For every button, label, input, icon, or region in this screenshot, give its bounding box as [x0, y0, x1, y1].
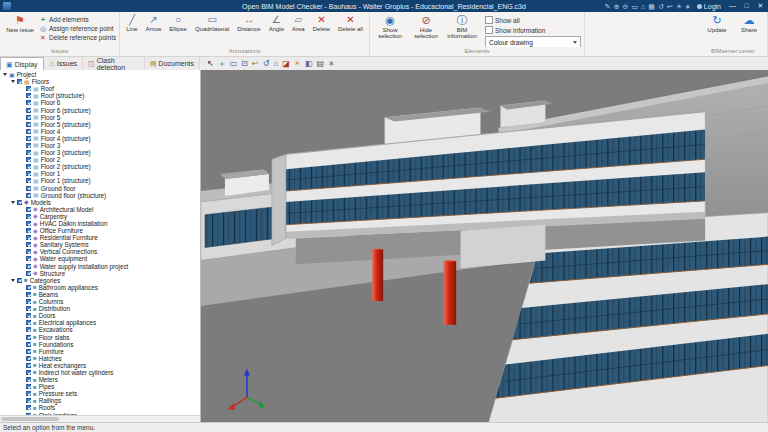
visibility-checkbox[interactable] — [26, 207, 31, 212]
home-view-icon[interactable]: ⌂ — [273, 60, 278, 68]
tree-item-distribution[interactable]: ■Distribution — [2, 305, 200, 312]
visibility-checkbox[interactable] — [26, 377, 31, 382]
update-button[interactable]: ↻ Update — [702, 13, 732, 33]
tree-section-floors[interactable]: ▤Floors — [2, 78, 200, 85]
tree-section-models[interactable]: ◆Models — [2, 199, 200, 206]
tree-item-floor-5[interactable]: ▤Floor 5 — [2, 114, 200, 121]
visibility-checkbox[interactable] — [26, 405, 31, 410]
sun-icon[interactable]: ☀ — [294, 60, 301, 68]
tree-item-floor-2-structure[interactable]: ▤Floor 2 (structure) — [2, 163, 200, 170]
hide-selection-button[interactable]: ⊘ Hide selection — [409, 13, 443, 40]
tree-item-roof[interactable]: ▤Roof — [2, 85, 200, 92]
views-grid-icon[interactable]: ▦ — [648, 3, 655, 10]
settings-icon[interactable]: ∗ — [685, 3, 691, 10]
tree-item-structure[interactable]: ◆Structure — [2, 270, 200, 277]
visibility-checkbox[interactable] — [26, 398, 31, 403]
select-icon[interactable]: ↖ — [207, 60, 214, 68]
tree-item-ground-floor[interactable]: ▤Ground floor — [2, 185, 200, 192]
tree-item-heat-exchangers[interactable]: ■Heat exchangers — [2, 362, 200, 369]
visibility-checkbox[interactable] — [26, 228, 31, 233]
tree-item-roofs[interactable]: ■Roofs — [2, 404, 200, 411]
expander-icon[interactable] — [11, 201, 15, 204]
tree-item-hvac-daikin-installation[interactable]: ◆HVAC Daikin installation — [2, 220, 200, 227]
delete-button[interactable]: ✕Delete — [310, 13, 333, 32]
expander-icon[interactable] — [3, 73, 7, 76]
zoom-in-icon[interactable]: ⊕ — [614, 3, 620, 10]
delete-reference-points-button[interactable]: ✕ Delete reference points — [39, 34, 116, 41]
expander-icon[interactable] — [11, 279, 15, 282]
visibility-checkbox[interactable] — [26, 171, 31, 176]
orbit-icon[interactable]: ↺ — [658, 3, 664, 10]
visibility-checkbox[interactable] — [26, 143, 31, 148]
tree-item-floor-5-structure[interactable]: ▤Floor 5 (structure) — [2, 121, 200, 128]
tree-item-floor-1-structure[interactable]: ▤Floor 1 (structure) — [2, 177, 200, 184]
show-selection-button[interactable]: ◉ Show selection — [373, 13, 407, 40]
maximize-button[interactable]: □ — [741, 0, 752, 12]
visibility-checkbox[interactable] — [26, 235, 31, 240]
tab-issues[interactable]: ⚠Issues — [44, 57, 84, 70]
tree-item-railings[interactable]: ■Railings — [2, 397, 200, 404]
orbit-icon[interactable]: ↺ — [263, 60, 270, 68]
visibility-checkbox[interactable] — [26, 285, 31, 290]
tree-item-floor-6[interactable]: ▤Floor 6 — [2, 99, 200, 106]
show-information-toggle[interactable]: Show information — [485, 26, 581, 34]
previous-view-icon[interactable]: ↩ — [667, 3, 673, 10]
expander-icon[interactable] — [11, 80, 15, 83]
previous-view-icon[interactable]: ↩ — [252, 60, 259, 68]
tree-item-floor-3-structure[interactable]: ▤Floor 3 (structure) — [2, 149, 200, 156]
visibility-checkbox[interactable] — [26, 242, 31, 247]
visibility-checkbox[interactable] — [26, 164, 31, 169]
tree-item-columns[interactable]: ■Columns — [2, 298, 200, 305]
settings-icon[interactable]: ∗ — [328, 60, 335, 68]
visibility-checkbox[interactable] — [26, 100, 31, 105]
zoom-extents-icon[interactable]: ⊡ — [241, 60, 248, 68]
visibility-checkbox[interactable] — [26, 108, 31, 113]
distance-button[interactable]: ↔Distance — [234, 13, 263, 32]
visibility-checkbox[interactable] — [26, 271, 31, 276]
sun-icon[interactable]: ☀ — [676, 3, 682, 10]
tree-item-floor-4[interactable]: ▤Floor 4 — [2, 128, 200, 135]
tree-item-foundations[interactable]: ■Foundations — [2, 341, 200, 348]
tree-item-sanitary-systems[interactable]: ◆Sanitary Systems — [2, 241, 200, 248]
assign-reference-point-button[interactable]: ◎ Assign reference point — [39, 25, 116, 32]
visibility-checkbox[interactable] — [17, 200, 22, 205]
add-elements-button[interactable]: + Add elements — [39, 16, 116, 23]
quadrilateral-button[interactable]: ▭Quadrilateral — [192, 13, 232, 32]
tree-item-water-supply-installation-project[interactable]: ◆Water supply installation project — [2, 263, 200, 270]
login-button[interactable]: Login — [694, 3, 724, 10]
tree-item-pressure-sets[interactable]: ■Pressure sets — [2, 390, 200, 397]
visibility-checkbox[interactable] — [26, 256, 31, 261]
visibility-checkbox[interactable] — [26, 249, 31, 254]
visibility-checkbox[interactable] — [26, 178, 31, 183]
tree-item-floor-slabs[interactable]: ■Floor slabs — [2, 333, 200, 340]
visibility-checkbox[interactable] — [26, 150, 31, 155]
bim-information-button[interactable]: ⓘ BIM information — [445, 13, 479, 40]
minimize-button[interactable]: — — [727, 0, 738, 12]
visibility-checkbox[interactable] — [26, 370, 31, 375]
arrow-button[interactable]: ↗Arrow — [143, 13, 165, 32]
visibility-checkbox[interactable] — [26, 129, 31, 134]
visibility-checkbox[interactable] — [26, 391, 31, 396]
tab-documents[interactable]: ▤Documents — [145, 57, 200, 70]
tree-item-electrical-appliances[interactable]: ■Electrical appliances — [2, 319, 200, 326]
zoom-window-icon[interactable]: ▭ — [230, 60, 238, 68]
visibility-checkbox[interactable] — [26, 327, 31, 332]
visibility-checkbox[interactable] — [26, 157, 31, 162]
zoom-window-icon[interactable]: ▭ — [631, 3, 638, 10]
print-icon[interactable]: ▤ — [317, 60, 325, 68]
visibility-checkbox[interactable] — [17, 278, 22, 283]
visibility-checkbox[interactable] — [26, 384, 31, 389]
tree-item-beams[interactable]: ■Beams — [2, 291, 200, 298]
colour-drawing-select[interactable]: Colour drawing — [485, 36, 581, 47]
tree-item-meters[interactable]: ■Meters — [2, 376, 200, 383]
visibility-checkbox[interactable] — [26, 264, 31, 269]
visibility-checkbox[interactable] — [26, 214, 31, 219]
tab-clash-detection[interactable]: ◫Clash detection — [83, 57, 145, 70]
home-view-icon[interactable]: ⌂ — [641, 3, 645, 10]
tree-item-water-equipment[interactable]: ◆Water equipment — [2, 255, 200, 262]
tree-item-roof-structure[interactable]: ▤Roof (structure) — [2, 92, 200, 99]
tree-item-architectural-model[interactable]: ◆Architectural Model — [2, 206, 200, 213]
visibility-checkbox[interactable] — [26, 292, 31, 297]
tree-item-pipes[interactable]: ■Pipes — [2, 383, 200, 390]
close-button[interactable]: ✕ — [755, 0, 766, 12]
